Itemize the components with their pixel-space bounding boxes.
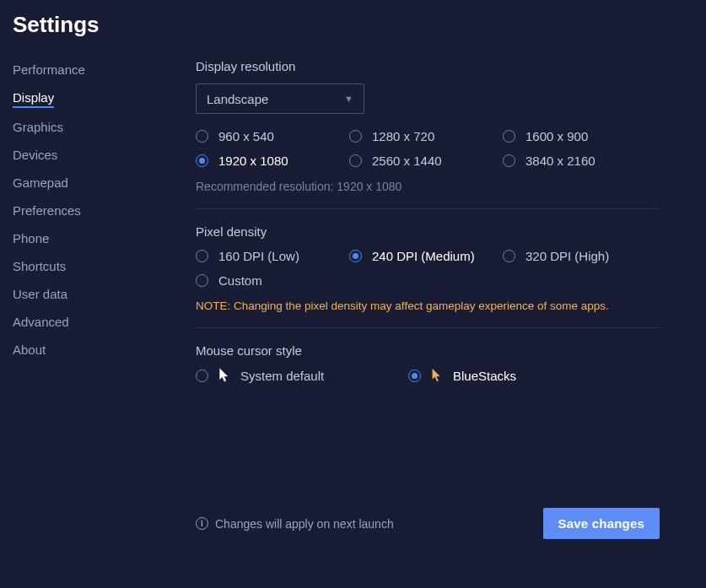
radio-circle-icon (196, 250, 208, 262)
radio-circle-icon (503, 130, 515, 143)
cursor-label: BlueStacks (453, 369, 516, 383)
resolution-option[interactable]: 1280 x 720 (349, 129, 503, 143)
cursor-section-label: Mouse cursor style (196, 343, 660, 358)
sidebar: PerformanceDisplayGraphicsDevicesGamepad… (13, 62, 173, 359)
radio-circle-icon (408, 370, 421, 382)
radio-circle-icon (349, 154, 362, 167)
density-option[interactable]: 320 DPI (High) (503, 249, 656, 263)
sidebar-item-phone[interactable]: Phone (13, 231, 49, 247)
divider (196, 208, 660, 209)
apply-note-text: Changes will apply on next launch (215, 517, 394, 531)
sidebar-item-shortcuts[interactable]: Shortcuts (13, 259, 66, 275)
cursor-bluestacks-icon (431, 368, 443, 383)
density-note: NOTE: Changing the pixel density may aff… (196, 299, 660, 312)
footer-note: i Changes will apply on next launch (196, 517, 394, 531)
resolution-label: 2560 x 1440 (372, 154, 442, 168)
sidebar-item-graphics[interactable]: Graphics (13, 120, 63, 136)
resolution-option[interactable]: 960 x 540 (196, 129, 349, 143)
sidebar-item-devices[interactable]: Devices (13, 148, 57, 164)
resolution-options: 960 x 5401280 x 7201600 x 9001920 x 1080… (196, 129, 660, 168)
sidebar-item-preferences[interactable]: Preferences (13, 203, 81, 219)
info-icon: i (196, 517, 208, 530)
cursor-label: System default (240, 369, 324, 383)
sidebar-item-about[interactable]: About (13, 343, 46, 359)
density-label: 320 DPI (High) (525, 249, 609, 263)
cursor-options: System defaultBlueStacks (196, 368, 660, 383)
cursor-default-icon (218, 368, 230, 383)
orientation-select[interactable]: Landscape ▼ (196, 84, 364, 114)
sidebar-item-gamepad[interactable]: Gamepad (13, 175, 68, 192)
radio-circle-icon (349, 250, 362, 262)
resolution-label: 1920 x 1080 (218, 154, 288, 168)
page-title: Settings (13, 12, 100, 38)
sidebar-item-advanced[interactable]: Advanced (13, 315, 69, 331)
cursor-option[interactable]: System default (196, 368, 408, 383)
density-options: 160 DPI (Low)240 DPI (Medium)320 DPI (Hi… (196, 249, 660, 288)
footer: i Changes will apply on next launch Save… (196, 508, 660, 539)
sidebar-item-display[interactable]: Display (13, 90, 54, 108)
density-label: 240 DPI (Medium) (372, 249, 475, 263)
cursor-option[interactable]: BlueStacks (408, 368, 621, 383)
density-section-label: Pixel density (196, 224, 660, 239)
density-label: 160 DPI (Low) (218, 249, 299, 263)
sidebar-item-user-data[interactable]: User data (13, 287, 67, 303)
radio-circle-icon (503, 154, 515, 167)
radio-circle-icon (196, 130, 208, 143)
resolution-option[interactable]: 1600 x 900 (503, 129, 656, 143)
radio-circle-icon (196, 370, 208, 382)
radio-circle-icon (503, 250, 515, 262)
recommended-resolution: Recommended resolution: 1920 x 1080 (196, 180, 660, 193)
resolution-option[interactable]: 1920 x 1080 (196, 154, 349, 168)
save-button[interactable]: Save changes (543, 508, 660, 539)
radio-circle-icon (196, 154, 208, 167)
radio-circle-icon (349, 130, 362, 143)
sidebar-item-performance[interactable]: Performance (13, 62, 85, 78)
resolution-label: 3840 x 2160 (525, 154, 596, 168)
cursor-row: BlueStacks (431, 368, 516, 383)
radio-circle-icon (196, 274, 208, 287)
resolution-label: 960 x 540 (218, 129, 274, 143)
density-option[interactable]: Custom (196, 273, 349, 288)
cursor-row: System default (218, 368, 324, 383)
divider (196, 327, 660, 328)
resolution-option[interactable]: 2560 x 1440 (349, 154, 503, 168)
orientation-value: Landscape (207, 92, 268, 106)
resolution-label: 1600 x 900 (525, 129, 588, 143)
chevron-down-icon: ▼ (344, 94, 353, 104)
density-option[interactable]: 160 DPI (Low) (196, 249, 349, 263)
resolution-option[interactable]: 3840 x 2160 (503, 154, 656, 168)
density-label: Custom (218, 273, 262, 288)
resolution-label: 1280 x 720 (372, 129, 434, 143)
resolution-section-label: Display resolution (196, 59, 660, 73)
density-option[interactable]: 240 DPI (Medium) (349, 249, 503, 263)
